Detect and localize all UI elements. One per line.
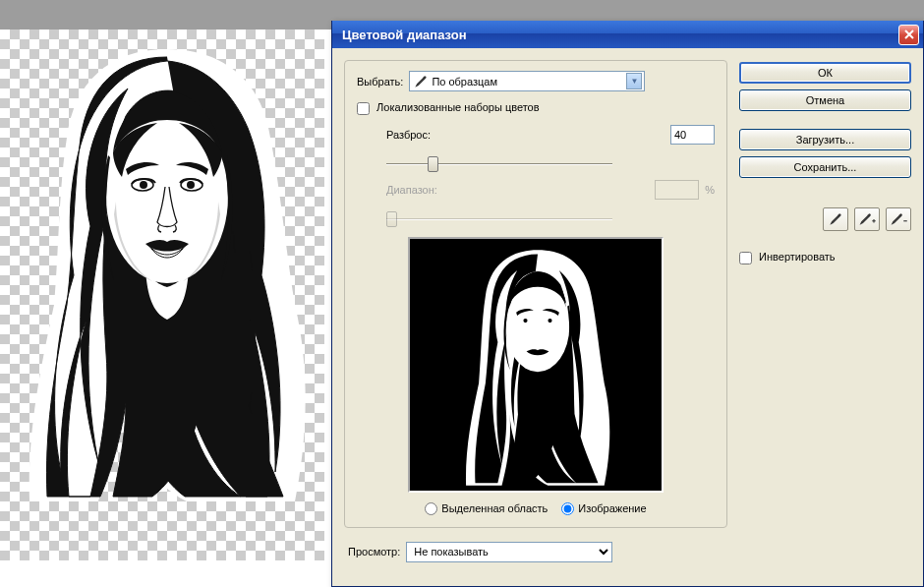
range-slider [386, 209, 612, 229]
eyedropper-minus-button[interactable] [886, 207, 911, 231]
ok-button[interactable]: ОК [739, 62, 911, 84]
eyedropper-button[interactable] [823, 207, 848, 231]
selection-preview[interactable] [408, 237, 664, 493]
radio-image-input[interactable] [561, 502, 574, 515]
localized-colors-input[interactable] [357, 102, 370, 115]
eyedropper-icon [414, 75, 428, 88]
radio-selection-input[interactable] [425, 502, 437, 515]
radio-image[interactable]: Изображение [561, 502, 646, 515]
range-label: Диапазон: [386, 184, 465, 196]
close-icon [904, 29, 914, 39]
range-unit: % [705, 184, 715, 196]
cancel-button[interactable]: Отмена [739, 89, 911, 111]
eyedropper-plus-button[interactable] [854, 207, 880, 231]
select-value: По образцам [432, 76, 497, 88]
svg-point-4 [187, 181, 195, 189]
close-button[interactable] [898, 25, 919, 45]
eyedropper-minus-icon [890, 212, 907, 226]
preview-label: Просмотр: [348, 546, 400, 558]
invert-input[interactable] [739, 252, 752, 264]
select-label: Выбрать: [357, 76, 403, 88]
radio-selection[interactable]: Выделенная область [425, 502, 548, 515]
fuzziness-label: Разброс: [386, 129, 465, 141]
preview-dropdown[interactable]: Не показывать [406, 542, 612, 562]
preview-image [439, 245, 636, 491]
load-button[interactable]: Загрузить... [739, 129, 911, 150]
slider-track [386, 163, 612, 165]
invert-checkbox[interactable]: Инвертировать [739, 251, 836, 264]
eyedropper-plus-icon [858, 212, 876, 226]
save-button[interactable]: Сохранить... [739, 156, 911, 178]
color-range-dialog: Цветовой диапазон Выбрать: По образцам ▼ [331, 21, 924, 587]
canvas-image [20, 39, 315, 511]
fuzziness-slider[interactable] [386, 154, 612, 174]
select-dropdown[interactable]: По образцам ▼ [409, 71, 645, 91]
document-canvas [0, 29, 334, 587]
fuzziness-input[interactable] [670, 125, 715, 145]
svg-point-8 [548, 319, 551, 323]
svg-point-7 [523, 319, 527, 323]
dialog-title: Цветовой диапазон [342, 28, 467, 42]
dialog-titlebar[interactable]: Цветовой диапазон [332, 21, 923, 48]
slider-thumb[interactable] [428, 156, 438, 172]
svg-point-2 [140, 181, 147, 189]
localized-colors-checkbox[interactable]: Локализованные наборы цветов [357, 101, 540, 115]
range-input [655, 180, 699, 200]
chevron-down-icon: ▼ [626, 73, 642, 89]
settings-group: Выбрать: По образцам ▼ Локализованные на… [344, 60, 727, 528]
eyedropper-icon [829, 212, 842, 226]
